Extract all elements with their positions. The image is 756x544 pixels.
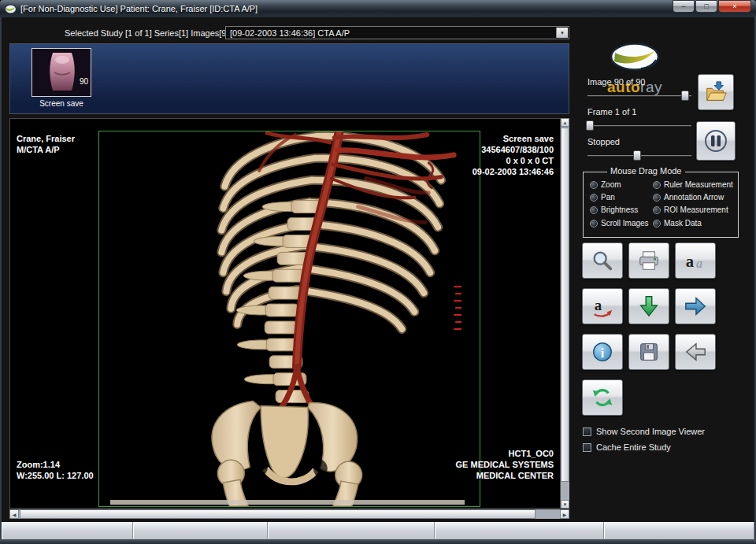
radio-mask-data[interactable]: Mask Data — [653, 219, 702, 228]
overlay-study-info: Screen save 34564607/838/100 0 x 0 x 0 C… — [472, 133, 554, 177]
scroll-right-button[interactable]: ▶ — [560, 509, 569, 519]
autoray-logo: autoray — [597, 41, 673, 96]
font-icon: a a — [684, 249, 707, 272]
window-bottom-edge — [0, 539, 756, 544]
radio-icon — [590, 220, 598, 228]
viewer-vertical-scrollbar[interactable]: ▲ ▼ — [561, 118, 569, 509]
selected-study-label: Selected Study [1 of 1] Series[1] Images… — [65, 28, 234, 38]
blue-right-arrow-icon — [684, 294, 707, 318]
checkbox-icon — [583, 427, 591, 436]
radio-icon — [590, 206, 598, 214]
magnifier-icon — [591, 249, 614, 272]
control-panel: autoray Image 90 of 90 Frame 1 of 1 Stop… — [575, 17, 754, 522]
pause-button[interactable] — [696, 121, 736, 161]
thumbnail-image-count: 90 — [80, 77, 88, 86]
speed-slider-thumb[interactable] — [633, 150, 641, 161]
overlay-institution-info: HCT1_OC0 GE MEDICAL SYSTEMS MEDICAL CENT… — [456, 448, 554, 481]
render-frame — [98, 131, 480, 507]
close-button[interactable]: × — [718, 0, 751, 13]
save-button[interactable] — [628, 334, 669, 370]
status-segment — [604, 522, 754, 539]
annotation-button[interactable]: a — [582, 288, 623, 324]
scroll-left-button[interactable]: ◀ — [9, 509, 19, 519]
pause-icon — [703, 128, 728, 154]
app-icon — [5, 3, 17, 15]
minimize-button[interactable]: – — [673, 0, 695, 13]
status-segment — [2, 522, 133, 539]
frame-slider[interactable] — [587, 120, 691, 131]
open-study-button[interactable] — [698, 74, 734, 110]
floppy-disk-icon — [637, 340, 661, 364]
study-dropdown[interactable]: [09-02-2003 13:46:36] CTA A/P ▼ — [225, 26, 569, 39]
info-icon: i — [591, 340, 614, 364]
import-button[interactable] — [628, 288, 669, 324]
window-title: [For Non-Diagnostic Use] Patient: Crane,… — [20, 4, 672, 13]
image-slider-thumb[interactable] — [681, 91, 689, 101]
status-segment — [268, 522, 435, 539]
thumbnail-image: 90 — [32, 48, 91, 97]
radio-pan[interactable]: Pan — [590, 193, 615, 202]
printer-icon — [637, 249, 661, 272]
radio-brightness[interactable]: Brightness — [590, 205, 638, 214]
frame-slider-thumb[interactable] — [586, 120, 594, 131]
radio-icon — [590, 194, 598, 202]
radio-icon — [653, 220, 661, 228]
refresh-icon — [591, 386, 614, 409]
radio-icon — [653, 206, 661, 214]
grey-left-arrow-icon — [684, 340, 707, 364]
status-bar — [2, 522, 754, 539]
study-dropdown-value: [09-02-2003 13:46:36] CTA A/P — [230, 28, 350, 38]
overlay-zoom-window-level: Zoom:1.14 W:255.00 L: 127.00 — [17, 459, 94, 481]
mouse-drag-mode-title: Mouse Drag Mode — [607, 166, 685, 176]
title-bar[interactable]: [For Non-Diagnostic Use] Patient: Crane,… — [0, 0, 756, 17]
scroll-down-button[interactable]: ▼ — [561, 500, 569, 509]
radio-icon — [653, 194, 661, 202]
frame-slider-track — [587, 125, 691, 127]
image-position-label: Image 90 of 90 — [587, 77, 645, 87]
scroll-up-button[interactable]: ▲ — [561, 118, 569, 127]
horizontal-scroll-thumb[interactable] — [20, 509, 536, 519]
image-slider-track — [587, 95, 691, 97]
show-second-viewer-checkbox[interactable]: Show Second Image Viewer — [583, 427, 705, 436]
checkbox-icon — [583, 443, 591, 452]
font-settings-button[interactable]: a a — [675, 242, 716, 279]
image-slider[interactable] — [587, 90, 691, 102]
thumbnail-torso-render — [32, 49, 91, 96]
svg-text:a: a — [696, 257, 702, 270]
status-segment — [133, 522, 268, 539]
print-button[interactable] — [628, 242, 669, 279]
radio-scroll-images[interactable]: Scroll Images — [590, 219, 649, 228]
annotation-icon: a — [591, 294, 614, 318]
status-segment — [435, 522, 604, 539]
chevron-down-icon[interactable]: ▼ — [556, 28, 568, 38]
ct-volume-render — [99, 131, 480, 506]
series-thumbnail[interactable]: 90 Screen save — [31, 48, 92, 108]
svg-text:a: a — [686, 253, 694, 270]
image-viewer[interactable]: Crane, Fraiser M/CTA A/P Screen save 345… — [9, 118, 561, 509]
maximize-button[interactable]: □ — [695, 0, 717, 13]
info-button[interactable]: i — [582, 334, 623, 370]
window-controls: – □ × — [672, 0, 751, 13]
svg-text:a: a — [595, 297, 602, 313]
speed-slider[interactable] — [587, 150, 691, 161]
radio-annotation-arrow[interactable]: Annotation Arrow — [653, 193, 724, 202]
cache-entire-study-checkbox[interactable]: Cache Entire Study — [583, 442, 671, 452]
undo-button[interactable] — [675, 334, 716, 370]
playback-status-label: Stopped — [587, 137, 620, 146]
overlay-patient-info: Crane, Fraiser M/CTA A/P — [17, 133, 75, 155]
thumbnail-strip: 90 Screen save — [9, 43, 569, 114]
thumbnail-caption: Screen save — [31, 99, 92, 108]
radio-zoom[interactable]: Zoom — [590, 180, 621, 189]
radio-ruler-measurement[interactable]: Ruler Measurement — [653, 180, 733, 189]
green-down-arrow-icon — [637, 294, 661, 318]
radio-icon — [653, 181, 661, 189]
refresh-button[interactable] — [582, 379, 623, 416]
radio-icon — [590, 181, 598, 189]
radio-roi-measurement[interactable]: ROI Measurement — [653, 205, 728, 214]
vertical-scroll-thumb[interactable] — [561, 128, 569, 482]
zoom-button[interactable] — [582, 242, 623, 279]
svg-text:i: i — [601, 346, 605, 360]
autoray-logo-icon — [610, 41, 660, 74]
viewer-horizontal-scrollbar[interactable]: ◀ ▶ — [9, 509, 569, 519]
export-button[interactable] — [675, 288, 716, 324]
